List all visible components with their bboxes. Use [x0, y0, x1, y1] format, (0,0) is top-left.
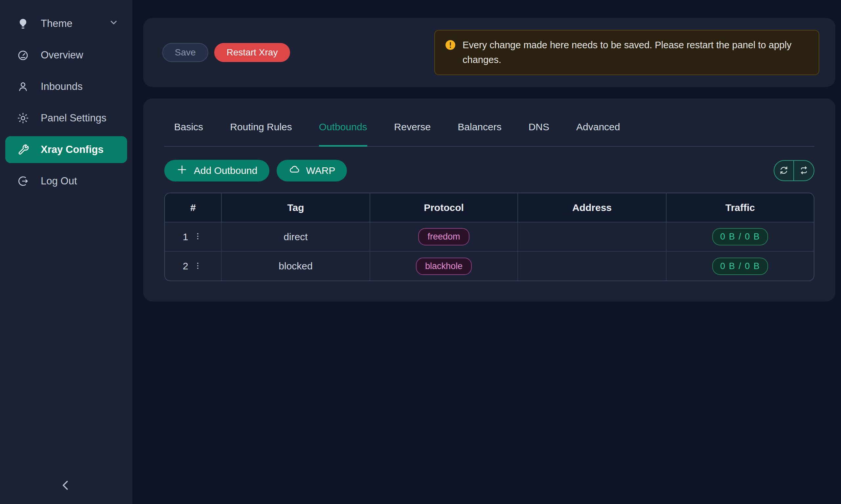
tab-advanced[interactable]: Advanced	[576, 121, 620, 146]
dots-vertical-icon	[193, 232, 202, 241]
dots-vertical-icon	[193, 262, 202, 271]
config-tabs: Basics Routing Rules Outbounds Reverse B…	[164, 98, 814, 147]
tab-outbounds[interactable]: Outbounds	[319, 121, 367, 147]
add-outbound-label: Add Outbound	[194, 165, 258, 176]
row-tag: direct	[221, 222, 370, 251]
sidebar-item-xray-configs[interactable]: Xray Configs	[5, 136, 127, 163]
traffic-badge: 0 B / 0 B	[712, 228, 768, 246]
sidebar-item-overview[interactable]: Overview	[5, 42, 127, 69]
lightbulb-icon	[16, 17, 30, 30]
sidebar-item-label: Log Out	[41, 175, 77, 187]
main-content: Save Restart Xray Every change made here…	[132, 0, 841, 504]
cloud-icon	[289, 164, 300, 178]
column-header-protocol: Protocol	[370, 193, 518, 222]
sidebar-item-label: Overview	[41, 49, 83, 61]
table-row: 2 blocked blackhole 0 B / 0 B	[165, 251, 814, 281]
sidebar-item-theme[interactable]: Theme	[5, 10, 127, 37]
tab-reverse[interactable]: Reverse	[394, 121, 431, 146]
column-header-index: #	[165, 193, 221, 222]
chevron-down-icon	[109, 17, 119, 30]
protocol-badge: freedom	[418, 228, 469, 246]
wrench-icon	[16, 143, 30, 156]
table-header-row: # Tag Protocol Address Traffic	[165, 193, 814, 222]
chevron-left-icon	[58, 478, 73, 493]
xray-config-card: Basics Routing Rules Outbounds Reverse B…	[143, 98, 836, 302]
user-icon	[16, 80, 30, 93]
protocol-badge: blackhole	[416, 257, 472, 275]
tab-balancers[interactable]: Balancers	[458, 121, 501, 146]
outbounds-actions-row: Add Outbound WARP	[164, 160, 814, 181]
sync-icon	[778, 165, 789, 177]
outbounds-table: # Tag Protocol Address Traffic 1	[164, 193, 814, 281]
warp-button[interactable]: WARP	[277, 160, 347, 181]
sidebar-item-log-out[interactable]: Log Out	[5, 168, 127, 195]
restart-xray-button[interactable]: Restart Xray	[214, 43, 290, 62]
save-button[interactable]: Save	[162, 43, 208, 62]
column-header-tag: Tag	[221, 193, 370, 222]
tab-routing-rules[interactable]: Routing Rules	[230, 121, 292, 146]
sidebar: Theme Overview Inbounds	[0, 0, 132, 504]
warning-icon	[445, 39, 456, 55]
row-menu-button[interactable]	[192, 231, 203, 243]
gear-icon	[16, 111, 30, 125]
logout-icon	[16, 175, 30, 188]
row-menu-button[interactable]	[192, 260, 203, 272]
table-row: 1 direct freedom 0 B / 0 B	[165, 222, 814, 251]
tab-basics[interactable]: Basics	[174, 121, 203, 146]
alert-text: Every change made here needs to be saved…	[463, 38, 809, 67]
row-index: 2	[183, 260, 188, 272]
sidebar-item-label: Inbounds	[41, 81, 83, 92]
traffic-badge: 0 B / 0 B	[712, 257, 768, 275]
sidebar-item-label: Xray Configs	[41, 144, 103, 156]
toolbar-card: Save Restart Xray Every change made here…	[143, 18, 836, 87]
repeat-icon	[799, 165, 809, 177]
sidebar-item-label: Panel Settings	[41, 112, 106, 124]
row-address	[518, 222, 666, 251]
plus-icon	[176, 164, 188, 178]
tab-dns[interactable]: DNS	[529, 121, 549, 146]
sidebar-item-panel-settings[interactable]: Panel Settings	[5, 105, 127, 131]
column-header-traffic: Traffic	[666, 193, 814, 222]
dashboard-icon	[16, 49, 30, 62]
row-tag: blocked	[221, 251, 370, 281]
sidebar-item-inbounds[interactable]: Inbounds	[5, 73, 127, 100]
restart-warning-alert: Every change made here needs to be saved…	[434, 30, 819, 75]
refresh-button-group	[774, 160, 814, 181]
restart-cores-button[interactable]	[794, 161, 814, 180]
warp-label: WARP	[306, 165, 336, 176]
row-address	[518, 251, 666, 281]
row-index: 1	[183, 231, 188, 242]
add-outbound-button[interactable]: Add Outbound	[164, 160, 269, 181]
reload-config-button[interactable]	[774, 161, 794, 180]
column-header-address: Address	[518, 193, 666, 222]
sidebar-item-label: Theme	[41, 18, 72, 30]
sidebar-collapse-button[interactable]	[55, 475, 76, 496]
